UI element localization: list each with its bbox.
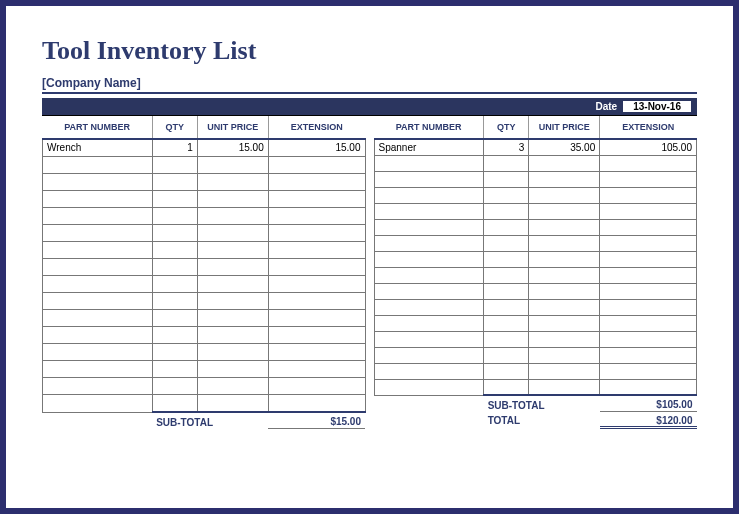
table-row[interactable] [43, 395, 366, 412]
cell-qty[interactable] [152, 276, 197, 293]
cell-ext[interactable] [268, 327, 365, 344]
cell-price[interactable] [197, 293, 268, 310]
cell-ext[interactable] [600, 235, 697, 251]
table-row[interactable] [43, 378, 366, 395]
cell-price[interactable] [197, 276, 268, 293]
cell-price[interactable] [529, 267, 600, 283]
cell-price[interactable] [529, 299, 600, 315]
cell-ext[interactable] [268, 293, 365, 310]
cell-price[interactable] [529, 155, 600, 171]
cell-qty[interactable] [484, 347, 529, 363]
cell-price[interactable] [197, 378, 268, 395]
cell-part[interactable] [374, 283, 484, 299]
cell-qty[interactable] [484, 379, 529, 395]
table-row[interactable] [374, 235, 697, 251]
cell-ext[interactable] [268, 361, 365, 378]
cell-price[interactable] [197, 241, 268, 258]
cell-qty[interactable] [152, 156, 197, 173]
table-row[interactable] [43, 241, 366, 258]
cell-part[interactable] [43, 395, 153, 412]
cell-part[interactable] [43, 276, 153, 293]
cell-part[interactable]: Wrench [43, 139, 153, 156]
table-row[interactable] [374, 315, 697, 331]
date-value[interactable]: 13-Nov-16 [623, 101, 691, 112]
cell-ext[interactable] [600, 299, 697, 315]
table-row[interactable] [43, 327, 366, 344]
cell-part[interactable] [374, 379, 484, 395]
table-row[interactable] [43, 190, 366, 207]
cell-price[interactable] [529, 187, 600, 203]
cell-part[interactable] [374, 331, 484, 347]
cell-part[interactable] [374, 363, 484, 379]
cell-price[interactable] [529, 251, 600, 267]
cell-qty[interactable] [484, 219, 529, 235]
table-row[interactable]: Wrench115.0015.00 [43, 139, 366, 156]
table-row[interactable] [374, 379, 697, 395]
cell-ext[interactable] [600, 251, 697, 267]
table-row[interactable] [374, 347, 697, 363]
cell-ext[interactable] [268, 276, 365, 293]
table-row[interactable] [374, 299, 697, 315]
cell-part[interactable] [43, 310, 153, 327]
cell-qty[interactable] [484, 187, 529, 203]
cell-part[interactable] [43, 378, 153, 395]
cell-qty[interactable] [152, 207, 197, 224]
table-row[interactable] [374, 155, 697, 171]
table-row[interactable] [43, 293, 366, 310]
table-row[interactable] [43, 276, 366, 293]
table-row[interactable] [43, 156, 366, 173]
cell-part[interactable] [43, 344, 153, 361]
table-row[interactable] [43, 258, 366, 275]
table-row[interactable] [43, 361, 366, 378]
cell-part[interactable] [374, 171, 484, 187]
table-row[interactable] [43, 224, 366, 241]
cell-qty[interactable] [152, 395, 197, 412]
cell-qty[interactable] [484, 235, 529, 251]
cell-part[interactable] [43, 361, 153, 378]
table-row[interactable] [374, 283, 697, 299]
cell-price[interactable]: 15.00 [197, 139, 268, 156]
cell-part[interactable] [374, 219, 484, 235]
cell-part[interactable] [43, 207, 153, 224]
cell-ext[interactable] [268, 310, 365, 327]
cell-ext[interactable] [600, 315, 697, 331]
cell-ext[interactable] [268, 395, 365, 412]
table-row[interactable] [374, 267, 697, 283]
cell-qty[interactable] [484, 155, 529, 171]
cell-part[interactable] [43, 258, 153, 275]
cell-part[interactable] [374, 235, 484, 251]
cell-price[interactable] [529, 219, 600, 235]
cell-ext[interactable] [600, 283, 697, 299]
cell-part[interactable] [374, 187, 484, 203]
cell-qty[interactable]: 3 [484, 139, 529, 155]
table-row[interactable] [374, 219, 697, 235]
cell-part[interactable] [43, 224, 153, 241]
cell-ext[interactable] [600, 187, 697, 203]
cell-price[interactable] [197, 173, 268, 190]
cell-ext[interactable] [600, 363, 697, 379]
cell-price[interactable] [529, 315, 600, 331]
cell-qty[interactable] [152, 378, 197, 395]
cell-ext[interactable] [600, 379, 697, 395]
cell-price[interactable] [197, 258, 268, 275]
cell-price[interactable] [529, 331, 600, 347]
cell-price[interactable] [197, 344, 268, 361]
cell-price[interactable] [197, 395, 268, 412]
cell-ext[interactable] [268, 156, 365, 173]
cell-ext[interactable] [600, 171, 697, 187]
cell-qty[interactable] [484, 267, 529, 283]
table-row[interactable] [43, 310, 366, 327]
cell-qty[interactable] [152, 361, 197, 378]
cell-qty[interactable] [484, 203, 529, 219]
cell-ext[interactable] [268, 224, 365, 241]
cell-qty[interactable]: 1 [152, 139, 197, 156]
cell-ext[interactable] [600, 267, 697, 283]
cell-ext[interactable] [268, 190, 365, 207]
table-row[interactable] [374, 171, 697, 187]
cell-qty[interactable] [484, 331, 529, 347]
cell-price[interactable] [197, 361, 268, 378]
cell-part[interactable] [374, 267, 484, 283]
table-row[interactable] [374, 187, 697, 203]
cell-part[interactable] [43, 241, 153, 258]
cell-qty[interactable] [152, 293, 197, 310]
